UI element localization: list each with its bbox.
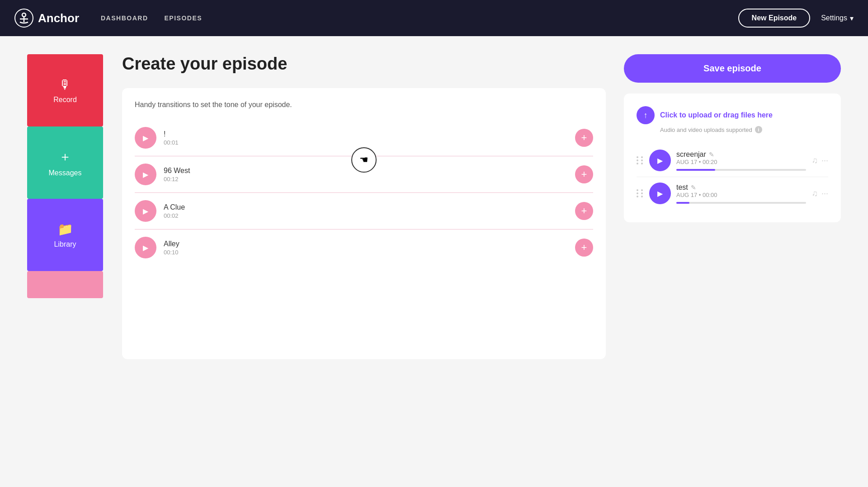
drag-dot — [637, 196, 638, 197]
progress-bar-1 — [676, 169, 806, 171]
track-info-2: 96 West 00:12 — [164, 167, 190, 183]
drag-handle-2[interactable] — [637, 189, 644, 197]
add-button-3[interactable]: + — [575, 202, 593, 220]
drag-dot — [641, 159, 643, 161]
center-panel: Create your episode Handy transitions to… — [122, 54, 606, 359]
navbar-left: Anchor DASHBOARD EPISODES — [14, 9, 202, 28]
episode-info-1: screenjar ✎ AUG 17 • 00:20 — [676, 150, 806, 171]
episode-actions-1: ♫ ··· — [811, 156, 828, 165]
upload-icon: ↑ — [637, 106, 655, 124]
more-options-icon-2[interactable]: ··· — [821, 189, 828, 198]
track-duration-2: 00:12 — [164, 176, 190, 183]
new-episode-button[interactable]: New Episode — [738, 9, 811, 28]
svg-point-1 — [22, 13, 26, 17]
microphone-icon: 🎙 — [59, 77, 71, 92]
track-item: ▶ ! 00:01 + — [135, 120, 593, 156]
right-panel: Save episode ↑ Click to upload or drag f… — [624, 54, 841, 359]
left-sidebar: 🎙 Record ＋ Messages 📁 Library — [27, 54, 104, 359]
track-duration-4: 00:10 — [164, 249, 179, 256]
more-options-icon-1[interactable]: ··· — [821, 156, 828, 165]
track-name-1: ! — [164, 130, 179, 138]
sidebar-item-extra[interactable] — [27, 271, 103, 298]
nav-episodes[interactable]: EPISODES — [165, 14, 203, 22]
logo: Anchor — [14, 9, 79, 28]
drag-dot — [641, 196, 643, 197]
record-label: Record — [53, 96, 77, 104]
plus-icon: ＋ — [59, 148, 71, 165]
track-name-3: A Clue — [164, 203, 185, 211]
track-info-3: A Clue 00:02 — [164, 203, 185, 219]
track-info-4: Alley 00:10 — [164, 240, 179, 256]
track-name-2: 96 West — [164, 167, 190, 175]
drag-dot — [637, 156, 638, 158]
music-note-icon-2[interactable]: ♫ — [811, 189, 818, 198]
sidebar-item-record[interactable]: 🎙 Record — [27, 54, 103, 126]
upload-area[interactable]: ↑ Click to upload or drag files here — [637, 106, 828, 124]
add-button-2[interactable]: + — [575, 165, 593, 183]
main-content: 🎙 Record ＋ Messages 📁 Library Create you… — [0, 36, 868, 377]
logo-text: Anchor — [38, 11, 79, 25]
nav-links: DASHBOARD EPISODES — [101, 14, 202, 22]
info-icon: i — [755, 126, 762, 133]
transitions-subtitle: Handy transitions to set the tone of you… — [135, 101, 593, 109]
track-duration-3: 00:02 — [164, 212, 185, 219]
episode-item-1: ▶ screenjar ✎ AUG 17 • 00:20 ♫ ··· — [637, 144, 828, 177]
track-info-1: ! 00:01 — [164, 130, 179, 146]
settings-button[interactable]: Settings ▾ — [821, 14, 854, 23]
messages-label: Messages — [49, 169, 82, 177]
drag-dot — [637, 192, 638, 194]
progress-fill-1 — [676, 169, 715, 171]
upload-card: ↑ Click to upload or drag files here Aud… — [624, 94, 841, 222]
transitions-card: Handy transitions to set the tone of you… — [122, 88, 606, 359]
progress-fill-2 — [676, 202, 689, 204]
upload-title: Click to upload or drag files here — [660, 111, 773, 119]
episode-item-2: ▶ test ✎ AUG 17 • 00:00 ♫ ··· — [637, 177, 828, 210]
track-left-1: ▶ ! 00:01 — [135, 127, 179, 149]
edit-icon-1[interactable]: ✎ — [709, 151, 714, 158]
drag-dot — [641, 189, 643, 191]
anchor-logo-icon — [14, 9, 33, 28]
episode-actions-2: ♫ ··· — [811, 189, 828, 198]
library-label: Library — [54, 240, 76, 248]
drag-dot — [637, 159, 638, 161]
episode-name-1: screenjar ✎ — [676, 150, 806, 159]
page-title: Create your episode — [122, 54, 606, 74]
episode-play-button-1[interactable]: ▶ — [649, 150, 671, 171]
track-item-4: ▶ Alley 00:10 + — [135, 229, 593, 266]
nav-dashboard[interactable]: DASHBOARD — [101, 14, 148, 22]
episode-play-button-2[interactable]: ▶ — [649, 183, 671, 204]
sidebar-item-library[interactable]: 📁 Library — [27, 199, 103, 271]
drag-dot — [641, 163, 643, 164]
navbar-right: New Episode Settings ▾ — [738, 9, 854, 28]
drag-dot — [637, 163, 638, 164]
add-button-1[interactable]: + — [575, 129, 593, 147]
track-name-4: Alley — [164, 240, 179, 248]
play-button-2[interactable]: ▶ — [135, 164, 156, 185]
track-left-3: ▶ A Clue 00:02 — [135, 200, 185, 222]
track-duration-1: 00:01 — [164, 139, 179, 146]
settings-label: Settings — [821, 14, 847, 22]
drag-dot — [641, 192, 643, 194]
progress-bar-2 — [676, 202, 806, 204]
chevron-down-icon: ▾ — [850, 14, 854, 23]
episode-info-2: test ✎ AUG 17 • 00:00 — [676, 183, 806, 204]
track-left-4: ▶ Alley 00:10 — [135, 237, 179, 258]
drag-handle-1[interactable] — [637, 156, 644, 164]
track-left-2: ▶ 96 West 00:12 — [135, 164, 190, 185]
navbar: Anchor DASHBOARD EPISODES New Episode Se… — [0, 0, 868, 36]
sidebar-item-messages[interactable]: ＋ Messages — [27, 126, 103, 199]
episode-name-2: test ✎ — [676, 183, 806, 192]
add-button-4[interactable]: + — [575, 239, 593, 257]
play-button-3[interactable]: ▶ — [135, 200, 156, 222]
play-button-4[interactable]: ▶ — [135, 237, 156, 258]
track-item-3: ▶ A Clue 00:02 + — [135, 193, 593, 229]
upload-subtitle: Audio and video uploads supported i — [637, 126, 828, 133]
episode-date-1: AUG 17 • 00:20 — [676, 159, 806, 165]
folder-icon: 📁 — [57, 222, 73, 237]
episode-date-2: AUG 17 • 00:00 — [676, 192, 806, 198]
save-episode-button[interactable]: Save episode — [624, 54, 841, 83]
play-button-1[interactable]: ▶ — [135, 127, 156, 149]
edit-icon-2[interactable]: ✎ — [691, 184, 696, 191]
music-note-icon-1[interactable]: ♫ — [811, 156, 818, 165]
drag-dot — [637, 189, 638, 191]
